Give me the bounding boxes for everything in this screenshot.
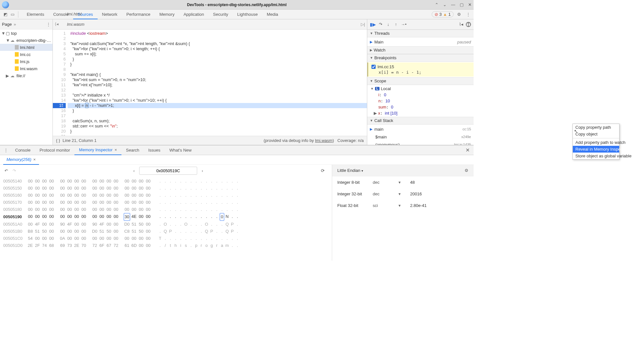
drawer-tab-protocol-monitor[interactable]: Protocol monitor: [35, 145, 75, 155]
scope-var-i[interactable]: i: 0: [367, 92, 474, 98]
braces-icon[interactable]: { }: [56, 138, 60, 143]
panel-tab-memory[interactable]: Memory: [155, 10, 179, 19]
memory-tab[interactable]: Memory(256)×: [3, 155, 39, 165]
panel-tab-elements[interactable]: Elements: [22, 10, 49, 19]
hex-row[interactable]: 005051D02E2F746869732E70726F6772616D0000…: [3, 242, 329, 249]
threads-section[interactable]: ▼Threads: [367, 30, 474, 37]
step-into-icon[interactable]: ↓: [385, 22, 391, 27]
panel-tabs: ElementsConsoleSourcesNetworkPerformance…: [22, 10, 283, 19]
value-row[interactable]: Float 32-bitsci▾2.80e-41: [332, 200, 474, 211]
navigator-menu-icon[interactable]: ⋮: [46, 22, 51, 27]
stack-frame[interactable]: ▶maincc:15: [367, 125, 474, 133]
inspect-element-icon[interactable]: ◩: [2, 11, 9, 18]
tree-root[interactable]: ▼▢top: [0, 30, 53, 37]
hex-row[interactable]: 0050514000000000000000000000000000000000…: [3, 178, 329, 185]
minimize-icon[interactable]: —: [451, 2, 455, 7]
panel-tab-media[interactable]: Media: [262, 10, 283, 19]
breakpoint-checkbox[interactable]: [371, 65, 376, 69]
drawer-tabs: ⋮ ConsoleProtocol monitorMemory Inspecto…: [0, 145, 474, 155]
address-input[interactable]: [139, 167, 197, 175]
file-lmi-html[interactable]: lmi.html: [0, 44, 53, 51]
hex-row[interactable]: 0050515000000000000000000000000000000000…: [3, 185, 329, 192]
drawer-menu-icon[interactable]: ⋮: [1, 148, 11, 153]
debugger-toolbar: ▮▶ ↷ ↓ ↑ →• ⌇◂ ▮▮: [367, 19, 474, 30]
watch-section[interactable]: ▶Watch: [367, 46, 474, 54]
value-row[interactable]: Integer 8-bitdec▾48: [332, 176, 474, 188]
file-lmi-wasm[interactable]: lmi.wasm: [0, 65, 53, 72]
warning-icon: ▲: [443, 12, 447, 17]
prev-address-icon[interactable]: ‹: [131, 168, 137, 173]
deactivate-breakpoints-icon[interactable]: ⌇◂: [458, 22, 464, 27]
issues-badge[interactable]: ⊘3 ▲1: [432, 11, 454, 17]
file-lmi-cc[interactable]: lmi.cc: [0, 51, 53, 58]
panel-tab-performance[interactable]: Performance: [122, 10, 155, 19]
navigator-more[interactable]: »: [14, 22, 16, 27]
step-icon[interactable]: →•: [401, 22, 407, 27]
scope-var-sum[interactable]: sum: 0: [367, 104, 474, 110]
coverage-status: Coverage: n/a: [337, 138, 364, 143]
resume-icon[interactable]: ▮▶: [370, 22, 376, 27]
pause-on-exceptions-icon[interactable]: ▮▮: [466, 22, 471, 27]
close-icon[interactable]: ×: [114, 145, 117, 155]
hex-row[interactable]: 005051A0004F0000904F0000904F0000D0515000…: [3, 221, 329, 228]
stack-frame[interactable]: (anonymous)lmi.js:1435: [367, 141, 474, 145]
cursor-position: Line 21, Column 1: [62, 138, 97, 143]
scope-local[interactable]: ▼LLocal: [367, 86, 474, 92]
panel-tab-security[interactable]: Security: [208, 10, 233, 19]
error-icon: ⊘: [435, 12, 438, 17]
panel-tab-application[interactable]: Application: [179, 10, 209, 19]
stack-frame[interactable]: $mainx249e: [367, 133, 474, 141]
settings-icon[interactable]: ⚙: [456, 11, 463, 18]
close-drawer-icon[interactable]: ✕: [462, 147, 474, 153]
navigator-title[interactable]: Page: [2, 22, 12, 27]
endian-selector[interactable]: Little Endian ▾: [337, 168, 363, 173]
chevron-up-icon[interactable]: ⌃: [435, 2, 438, 7]
drawer-tab-issues[interactable]: Issues: [144, 145, 165, 155]
close-window-icon[interactable]: ✕: [468, 2, 472, 7]
tree-file-proto[interactable]: ▶file://: [0, 72, 53, 79]
scope-var-x[interactable]: ▶ x: int [10]: [367, 110, 474, 116]
hex-row[interactable]: 0050517000000000000000000000000000000000…: [3, 199, 329, 206]
panel-tab-lighthouse[interactable]: Lighthouse: [233, 10, 262, 19]
chevron-down-icon[interactable]: ⌄: [443, 2, 447, 7]
drawer-tab-what's-new[interactable]: What's New: [165, 145, 196, 155]
file-lmi-js[interactable]: lmi.js: [0, 58, 53, 65]
refresh-icon[interactable]: ⟳: [319, 168, 327, 173]
step-over-icon[interactable]: ↷: [378, 22, 383, 27]
step-out-icon[interactable]: ↑: [393, 22, 399, 27]
undo-icon[interactable]: ↶: [3, 168, 9, 173]
hex-row[interactable]: 0050518000000000000000000000000000000000…: [3, 206, 329, 213]
editor-panel: ⟨◂ lmi.htmllmi.wasmlmi.cc× ▷| 1234567891…: [53, 19, 367, 145]
next-address-icon[interactable]: ›: [200, 168, 205, 173]
maximize-icon[interactable]: ▢: [460, 2, 464, 7]
scope-var-n[interactable]: n: 10: [367, 98, 474, 104]
value-row[interactable]: Integer 32-bitdec▾20016: [332, 188, 474, 200]
breakpoints-section[interactable]: ▼Breakpoints: [367, 54, 474, 62]
drawer-tab-search[interactable]: Search: [121, 145, 144, 155]
editor-statusbar: { } Line 21, Column 1 (provided via debu…: [53, 136, 367, 145]
device-toggle-icon[interactable]: ▭: [9, 11, 16, 18]
drawer-tab-console[interactable]: Console: [11, 145, 35, 155]
scope-section[interactable]: ▼Scope: [367, 77, 474, 85]
callstack-section[interactable]: ▼Call Stack: [367, 117, 474, 125]
hex-row[interactable]: 00505190000000000000000000000000304E0000…: [3, 213, 329, 221]
drawer-tab-memory-inspector[interactable]: Memory Inspector×: [74, 145, 121, 155]
editor-run-snippet-icon[interactable]: ▷|: [361, 22, 365, 27]
redo-icon: ↷: [11, 168, 17, 173]
breakpoint-item[interactable]: lmi.cc:15 x[i] = n - i - 1;: [367, 62, 474, 77]
settings-icon[interactable]: ⚙: [465, 168, 468, 173]
panel-tab-network[interactable]: Network: [98, 10, 122, 19]
editor-tab-lmi-html[interactable]: lmi.html: [64, 9, 88, 19]
code-editor[interactable]: 123456789101112131415161718192021 #inclu…: [53, 30, 367, 136]
hex-row[interactable]: 005051B0B851500000000000D0515000C8515000…: [3, 228, 329, 235]
editor-nav-back-icon[interactable]: ⟨◂: [55, 22, 61, 27]
thread-row[interactable]: ▶Mainpaused: [367, 38, 474, 46]
hex-row[interactable]: 0050516000000000000000000000000000000000…: [3, 192, 329, 199]
sourcemap-link[interactable]: lmi.wasm: [315, 138, 332, 143]
editor-tab-lmi-wasm[interactable]: lmi.wasm: [64, 19, 88, 30]
close-icon[interactable]: ×: [33, 155, 36, 164]
window-controls: ⌃ ⌄ — ▢ ✕: [435, 2, 472, 7]
tree-cloud-node[interactable]: ▼emscripten-dbg-…: [0, 37, 53, 44]
hex-row[interactable]: 005051C0540000000A0000000000000000000000…: [3, 235, 329, 242]
more-icon[interactable]: ⋮: [465, 11, 472, 18]
